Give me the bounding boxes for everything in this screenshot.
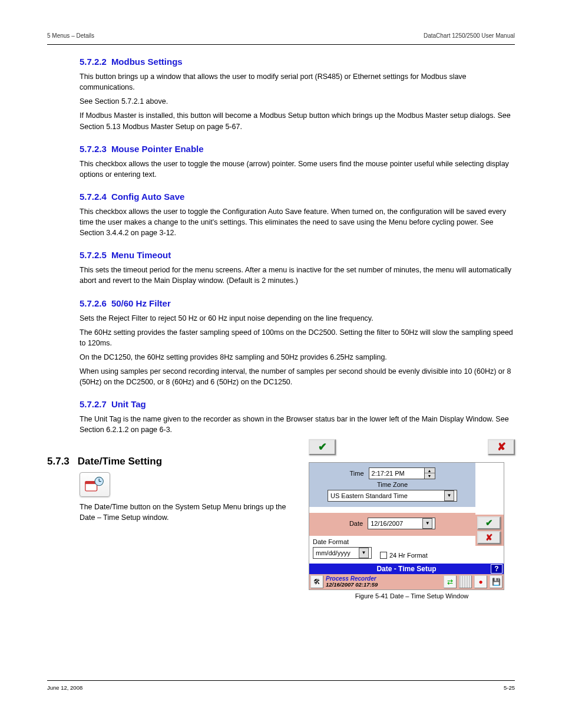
para: The Date/Time button on the System Setup… (80, 502, 297, 523)
tool-icon[interactable]: 🛠 (310, 575, 323, 588)
footer-left: June 12, 2008 (47, 684, 82, 691)
24hr-checkbox[interactable]: 24 Hr Format (380, 552, 428, 559)
footer-right: 5-25 (504, 684, 515, 691)
tz-label: Time Zone (377, 481, 408, 488)
para: Sets the Reject Filter to reject 50 Hz o… (80, 313, 515, 324)
dateformat-label: Date Format (313, 538, 372, 545)
revert-button[interactable]: ✘ (477, 531, 501, 544)
ok-button[interactable]: ✔ (309, 439, 336, 455)
chevron-down-icon[interactable]: ▼ (422, 518, 432, 529)
para: This checkbox allows the user to toggle … (80, 159, 515, 180)
footer-rule (47, 680, 515, 681)
header-right: DataChart 1250/2500 User Manual (424, 32, 515, 39)
para: The Unit Tag is the name given to the re… (80, 414, 515, 435)
status-bar: 🛠 Process Recorder 12/16/2007 02:17:59 ⇄… (309, 574, 504, 589)
status-time: 12/16/2007 02:17:59 (326, 582, 441, 588)
date-combo[interactable]: 12/16/2007 ▼ (368, 518, 435, 529)
header-left: 5 Menus – Details (47, 32, 94, 39)
chevron-down-icon[interactable]: ▼ (359, 548, 369, 558)
date-panel: Date 12/16/2007 ▼ (309, 513, 475, 536)
spin-down-icon[interactable]: ▼ (425, 473, 435, 479)
date-label: Date (349, 520, 363, 527)
time-panel: Time 2:17:21 PM ▲ ▼ Time Zone (309, 463, 475, 507)
heading-unittag: 5.7.2.7Unit Tag (80, 399, 515, 409)
time-value: 2:17:21 PM (369, 467, 425, 479)
para: This checkbox allows the user to toggle … (80, 206, 515, 238)
datetime-icon (80, 472, 110, 497)
heading-timeout: 5.7.2.5Menu Timeout (80, 250, 515, 260)
para: This sets the timeout period for the men… (80, 265, 515, 286)
transfer-icon[interactable]: ⇄ (444, 575, 457, 588)
alert-icon[interactable]: ● (474, 575, 487, 588)
para: This button brings up a window that allo… (80, 71, 515, 93)
para: On the DC1250, the 60Hz setting provides… (80, 352, 515, 363)
figure-caption: Figure 5-41 Date – Time Setup Window (309, 592, 515, 599)
checkbox-icon[interactable] (380, 552, 387, 559)
para: See Section 5.7.2.1 above. (80, 96, 515, 107)
dateformat-combo[interactable]: mm/dd/yyyy ▼ (313, 547, 372, 559)
grid-icon[interactable] (459, 575, 472, 588)
time-label: Time (349, 470, 363, 477)
heading-modbus: 5.7.2.2Modbus Settings (80, 57, 515, 67)
para: The 60Hz setting provides the faster sam… (80, 327, 515, 348)
apply-button[interactable]: ✔ (477, 516, 501, 529)
para: If Modbus Master is installed, this butt… (80, 110, 515, 131)
spin-up-icon[interactable]: ▲ (425, 468, 435, 473)
para: When using samples per second recording … (80, 366, 515, 387)
heading-autosave: 5.7.2.4Config Auto Save (80, 192, 515, 202)
heading-filter: 5.7.2.650/60 Hz Filter (80, 298, 515, 308)
cancel-button[interactable]: ✘ (488, 439, 515, 455)
heading-datetime: 5.7.3Date/Time Setting (47, 456, 297, 467)
timezone-combo[interactable]: US Eastern Standard Time ▼ (328, 490, 457, 502)
datetime-dialog: Time 2:17:21 PM ▲ ▼ Time Zone (309, 462, 504, 590)
heading-mouse: 5.7.2.3Mouse Pointer Enable (80, 144, 515, 154)
disk-icon[interactable]: 💾 (490, 575, 503, 588)
dialog-title-bar: Date - Time Setup ? (309, 564, 504, 574)
help-icon[interactable]: ? (491, 564, 503, 574)
header-rule (47, 44, 515, 45)
chevron-down-icon[interactable]: ▼ (444, 490, 454, 501)
time-spinner[interactable]: 2:17:21 PM ▲ ▼ (369, 467, 435, 479)
